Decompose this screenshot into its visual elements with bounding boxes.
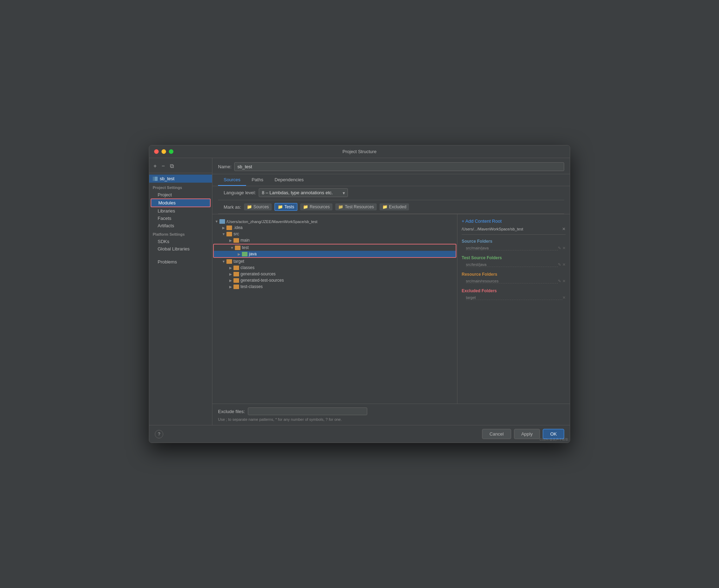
tree-area: ▼ /Users/acton_zhang/JZEE/MavenWorkSpace… [212,214,457,404]
add-module-button[interactable]: + [152,162,158,170]
titlebar: Project Structure [149,145,570,158]
tree-node-classes-label: classes [240,265,255,270]
sidebar-toolbar: + − ⧉ [149,161,212,173]
lang-level-select[interactable]: 8 – Lambdas, type annotations etc. 7 – D… [259,188,348,197]
sidebar-item-facets[interactable]: Facets [149,215,212,222]
toggle-icon-classes: ▶ [228,266,233,270]
maximize-button[interactable] [169,149,173,154]
tree-node-test-label: test [242,245,249,250]
excluded-folders-section: Excluded Folders target ✕ [462,288,566,301]
dialog-title: Project Structure [343,149,377,154]
sidebar-item-problems[interactable]: Problems [149,258,212,266]
java-folder-icon [242,252,248,256]
tree-node-java[interactable]: ▶ java [214,251,456,257]
exclude-files-hint: Use ; to separate name patterns, * for a… [218,417,564,422]
exclude-files-input[interactable] [248,407,367,415]
source-folders-section: Source Folders src/main/java ✎ ✕ [462,239,566,251]
excluded-folders-title: Excluded Folders [462,288,566,293]
toggle-icon-idea: ▶ [221,226,226,230]
toggle-icon-src: ▼ [221,232,226,236]
panel-main: Sources Paths Dependencies Language leve… [212,174,570,425]
name-input[interactable] [234,162,564,171]
source-folder-remove-0[interactable]: ✕ [562,246,566,250]
module-item-sbtest[interactable]: sb_test [149,175,212,183]
mark-resources-button[interactable]: 📁 Resources [300,203,332,210]
tree-node-classes[interactable]: ▶ classes [212,264,457,271]
source-folder-path-0: src/main/java [466,246,558,250]
tree-node-idea[interactable]: ▶ .idea [212,224,457,231]
target-folder-icon [226,259,232,264]
tree-node-main[interactable]: ▶ main [212,237,457,243]
apply-button[interactable]: Apply [514,429,540,439]
add-content-root-button[interactable]: + Add Content Root [462,218,566,224]
tree-node-src[interactable]: ▼ src [212,231,457,237]
test-source-folder-actions-0: ✎ ✕ [558,262,566,267]
minimize-button[interactable] [161,149,166,154]
excluded-folder-icon: 📁 [382,204,388,209]
tree-content: ▼ /Users/acton_zhang/JZEE/MavenWorkSpace… [212,217,457,291]
resource-folder-remove-0[interactable]: ✕ [562,279,566,283]
resource-folder-entry-0: src/main/resources ✎ ✕ [462,278,566,284]
sidebar-item-modules[interactable]: Modules [151,198,211,207]
generated-test-sources-folder-icon [233,278,239,283]
close-button[interactable] [154,149,159,154]
toggle-icon-java: ▶ [236,252,242,256]
tree-node-root-label: /Users/acton_zhang/JZEE/MavenWorkSpace/s… [226,220,317,224]
toggle-icon-test-classes: ▶ [228,285,233,289]
ok-button[interactable]: OK [543,429,564,439]
test-source-folder-remove-0[interactable]: ✕ [562,262,566,267]
copy-module-button[interactable]: ⧉ [169,162,175,170]
sidebar-item-global-libraries[interactable]: Global Libraries [149,245,212,253]
excluded-folder-remove-0[interactable]: ✕ [562,295,566,300]
tree-node-generated-sources[interactable]: ▶ generated-sources [212,271,457,277]
source-folder-edit-0[interactable]: ✎ [558,246,561,250]
root-folder-icon [219,219,225,224]
content-root-close-button[interactable]: ✕ [562,227,566,231]
mark-test-resources-button[interactable]: 📁 Test Resources [335,203,377,210]
resource-folders-section: Resource Folders src/main/resources ✎ ✕ [462,272,566,284]
sidebar-item-artifacts[interactable]: Artifacts [149,222,212,229]
lang-level-label: Language level: [224,190,256,195]
mark-tests-button[interactable]: 📁 Tests [275,203,297,211]
info-panel: + Add Content Root /Users/.../MavenWorkS… [457,214,570,404]
excluded-folder-entry-0: target ✕ [462,295,566,301]
sidebar-item-sdks[interactable]: SDKs [149,238,212,245]
test-resources-folder-icon: 📁 [338,204,343,209]
lang-level-row: Language level: 8 – Lambdas, type annota… [218,186,564,200]
tab-sources[interactable]: Sources [218,174,246,186]
right-panel: Name: Sources Paths Dependencies Languag… [212,158,570,425]
source-folders-title: Source Folders [462,239,566,244]
toggle-icon-target: ▼ [221,260,226,263]
bottom-section: Exclude files: Use ; to separate name pa… [212,404,570,425]
test-source-folders-section: Test Source Folders src/test/java ✎ ✕ [462,255,566,268]
remove-module-button[interactable]: − [160,162,166,170]
mark-sources-button[interactable]: 📁 Sources [244,203,272,210]
tests-folder-icon: 📁 [278,204,283,209]
tab-dependencies[interactable]: Dependencies [269,174,309,186]
module-icon [153,177,158,181]
test-source-folder-edit-0[interactable]: ✎ [558,262,561,267]
test-highlight-box: ▼ test ▶ java [213,244,456,258]
resource-folder-edit-0[interactable]: ✎ [558,279,561,283]
help-button[interactable]: ? [155,430,163,438]
tree-node-target[interactable]: ▼ target [212,258,457,264]
tree-node-generated-test-sources-label: generated-test-sources [240,278,284,283]
mark-excluded-button[interactable]: 📁 Excluded [380,203,409,210]
cancel-button[interactable]: Cancel [482,429,511,439]
tree-node-test-classes-label: test-classes [240,284,263,289]
resource-folder-actions-0: ✎ ✕ [558,279,566,283]
sidebar-item-project[interactable]: Project [149,191,212,198]
mark-as-row: Mark as: 📁 Sources 📁 Tests 📁 Resources [218,200,564,214]
src-folder-icon [226,232,232,236]
sidebar-item-libraries[interactable]: Libraries [149,207,212,215]
tab-paths[interactable]: Paths [246,174,269,186]
tree-node-test[interactable]: ▼ test [214,244,456,251]
tree-and-right: ▼ /Users/acton_zhang/JZEE/MavenWorkSpace… [212,214,570,404]
generated-sources-folder-icon [233,272,239,276]
tree-node-root[interactable]: ▼ /Users/acton_zhang/JZEE/MavenWorkSpace… [212,218,457,224]
content-root-path: /Users/.../MavenWorkSpace/sb_test ✕ [462,227,566,235]
idea-folder-icon [226,226,232,230]
tree-node-src-label: src [233,231,239,236]
tree-node-generated-test-sources[interactable]: ▶ generated-test-sources [212,277,457,283]
tree-node-test-classes[interactable]: ▶ test-classes [212,283,457,290]
